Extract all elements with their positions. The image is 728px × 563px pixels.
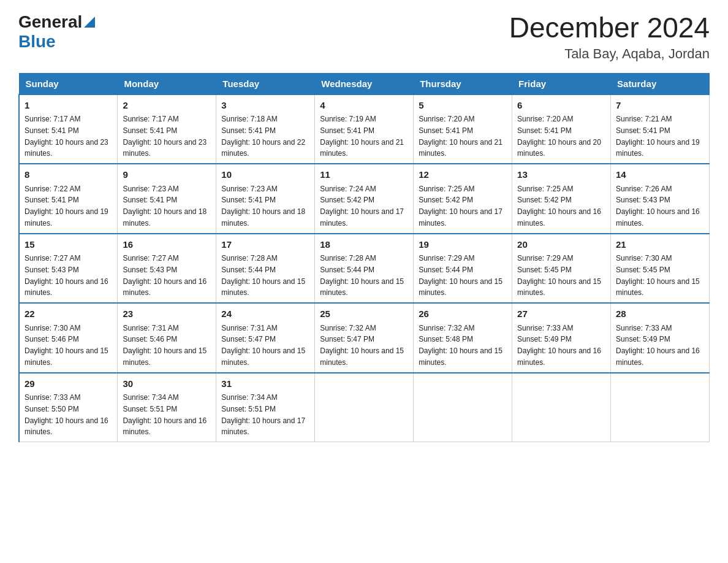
weekday-header-thursday: Thursday [414,73,512,94]
day-number: 6 [517,99,605,113]
day-number: 28 [616,307,704,321]
logo-general: General [18,12,82,32]
day-info: Sunrise: 7:18 AMSunset: 5:41 PMDaylight:… [221,115,305,158]
week-row-5: 29Sunrise: 7:33 AMSunset: 5:50 PMDayligh… [19,373,710,442]
day-number: 1 [25,99,112,113]
calendar-cell: 6Sunrise: 7:20 AMSunset: 5:41 PMDaylight… [512,94,611,164]
calendar-cell: 23Sunrise: 7:31 AMSunset: 5:46 PMDayligh… [118,303,216,373]
day-info: Sunrise: 7:31 AMSunset: 5:46 PMDaylight:… [123,324,207,367]
day-number: 7 [616,99,704,113]
day-number: 29 [25,377,112,391]
day-info: Sunrise: 7:32 AMSunset: 5:47 PMDaylight:… [320,324,404,367]
day-number: 24 [221,307,309,321]
calendar-cell: 9Sunrise: 7:23 AMSunset: 5:41 PMDaylight… [118,164,216,234]
weekday-header-sunday: Sunday [19,73,118,94]
day-number: 14 [616,168,704,182]
calendar-cell: 13Sunrise: 7:25 AMSunset: 5:42 PMDayligh… [512,164,611,234]
day-info: Sunrise: 7:30 AMSunset: 5:46 PMDaylight:… [25,324,108,367]
title-area: December 2024 Tala Bay, Aqaba, Jordan [509,12,710,62]
day-info: Sunrise: 7:24 AMSunset: 5:42 PMDaylight:… [320,185,404,228]
day-info: Sunrise: 7:33 AMSunset: 5:49 PMDaylight:… [517,324,601,367]
day-number: 10 [221,168,309,182]
day-number: 2 [123,99,211,113]
logo-blue: Blue [18,32,56,51]
calendar-table: SundayMondayTuesdayWednesdayThursdayFrid… [18,73,710,443]
day-info: Sunrise: 7:26 AMSunset: 5:43 PMDaylight:… [616,185,700,228]
day-info: Sunrise: 7:17 AMSunset: 5:41 PMDaylight:… [123,115,207,158]
calendar-cell: 10Sunrise: 7:23 AMSunset: 5:41 PMDayligh… [216,164,315,234]
calendar-cell [315,373,414,442]
day-number: 9 [123,168,211,182]
weekday-header-monday: Monday [118,73,216,94]
calendar-cell: 28Sunrise: 7:33 AMSunset: 5:49 PMDayligh… [611,303,710,373]
week-row-2: 8Sunrise: 7:22 AMSunset: 5:41 PMDaylight… [19,164,710,234]
calendar-cell: 24Sunrise: 7:31 AMSunset: 5:47 PMDayligh… [216,303,315,373]
weekday-header-row: SundayMondayTuesdayWednesdayThursdayFrid… [19,73,710,94]
weekday-header-tuesday: Tuesday [216,73,315,94]
calendar-cell: 11Sunrise: 7:24 AMSunset: 5:42 PMDayligh… [315,164,414,234]
calendar-cell: 21Sunrise: 7:30 AMSunset: 5:45 PMDayligh… [611,234,710,304]
day-info: Sunrise: 7:34 AMSunset: 5:51 PMDaylight:… [123,393,207,436]
day-info: Sunrise: 7:33 AMSunset: 5:49 PMDaylight:… [616,324,700,367]
day-number: 12 [419,168,507,182]
calendar-cell: 17Sunrise: 7:28 AMSunset: 5:44 PMDayligh… [216,234,315,304]
day-info: Sunrise: 7:34 AMSunset: 5:51 PMDaylight:… [221,393,305,436]
calendar-cell [414,373,512,442]
calendar-cell: 27Sunrise: 7:33 AMSunset: 5:49 PMDayligh… [512,303,611,373]
day-info: Sunrise: 7:20 AMSunset: 5:41 PMDaylight:… [419,115,502,158]
day-number: 11 [320,168,408,182]
calendar-cell: 30Sunrise: 7:34 AMSunset: 5:51 PMDayligh… [118,373,216,442]
calendar-cell [512,373,611,442]
day-number: 27 [517,307,605,321]
day-number: 17 [221,238,309,252]
day-number: 13 [517,168,605,182]
day-number: 21 [616,238,704,252]
day-info: Sunrise: 7:21 AMSunset: 5:41 PMDaylight:… [616,115,700,158]
day-number: 4 [320,99,408,113]
day-number: 3 [221,99,309,113]
day-info: Sunrise: 7:31 AMSunset: 5:47 PMDaylight:… [221,324,305,367]
day-number: 8 [25,168,112,182]
svg-marker-0 [84,17,95,28]
week-row-1: 1Sunrise: 7:17 AMSunset: 5:41 PMDaylight… [19,94,710,164]
calendar-cell: 2Sunrise: 7:17 AMSunset: 5:41 PMDaylight… [118,94,216,164]
location-title: Tala Bay, Aqaba, Jordan [509,46,710,62]
day-number: 20 [517,238,605,252]
day-number: 16 [123,238,211,252]
week-row-3: 15Sunrise: 7:27 AMSunset: 5:43 PMDayligh… [19,234,710,304]
month-title: December 2024 [509,12,710,44]
header: General Blue December 2024 Tala Bay, Aqa… [18,12,710,62]
logo: General Blue [18,12,95,52]
calendar-cell: 12Sunrise: 7:25 AMSunset: 5:42 PMDayligh… [414,164,512,234]
calendar-cell: 5Sunrise: 7:20 AMSunset: 5:41 PMDaylight… [414,94,512,164]
day-info: Sunrise: 7:22 AMSunset: 5:41 PMDaylight:… [25,185,108,228]
weekday-header-saturday: Saturday [611,73,710,94]
day-info: Sunrise: 7:23 AMSunset: 5:41 PMDaylight:… [123,185,207,228]
calendar-cell: 3Sunrise: 7:18 AMSunset: 5:41 PMDaylight… [216,94,315,164]
calendar-cell: 25Sunrise: 7:32 AMSunset: 5:47 PMDayligh… [315,303,414,373]
calendar-cell: 22Sunrise: 7:30 AMSunset: 5:46 PMDayligh… [19,303,118,373]
calendar-cell: 19Sunrise: 7:29 AMSunset: 5:44 PMDayligh… [414,234,512,304]
day-info: Sunrise: 7:29 AMSunset: 5:45 PMDaylight:… [517,254,601,297]
calendar-cell: 15Sunrise: 7:27 AMSunset: 5:43 PMDayligh… [19,234,118,304]
day-number: 25 [320,307,408,321]
day-number: 18 [320,238,408,252]
day-number: 5 [419,99,507,113]
calendar-cell: 18Sunrise: 7:28 AMSunset: 5:44 PMDayligh… [315,234,414,304]
day-info: Sunrise: 7:25 AMSunset: 5:42 PMDaylight:… [419,185,502,228]
calendar-cell: 7Sunrise: 7:21 AMSunset: 5:41 PMDaylight… [611,94,710,164]
calendar-cell: 4Sunrise: 7:19 AMSunset: 5:41 PMDaylight… [315,94,414,164]
day-info: Sunrise: 7:27 AMSunset: 5:43 PMDaylight:… [25,254,108,297]
logo-triangle-icon [84,17,95,30]
day-info: Sunrise: 7:17 AMSunset: 5:41 PMDaylight:… [25,115,108,158]
calendar-cell [611,373,710,442]
weekday-header-friday: Friday [512,73,611,94]
calendar-cell: 31Sunrise: 7:34 AMSunset: 5:51 PMDayligh… [216,373,315,442]
day-info: Sunrise: 7:23 AMSunset: 5:41 PMDaylight:… [221,185,305,228]
day-info: Sunrise: 7:28 AMSunset: 5:44 PMDaylight:… [320,254,404,297]
day-number: 19 [419,238,507,252]
weekday-header-wednesday: Wednesday [315,73,414,94]
day-info: Sunrise: 7:29 AMSunset: 5:44 PMDaylight:… [419,254,502,297]
calendar-cell: 16Sunrise: 7:27 AMSunset: 5:43 PMDayligh… [118,234,216,304]
day-number: 23 [123,307,211,321]
